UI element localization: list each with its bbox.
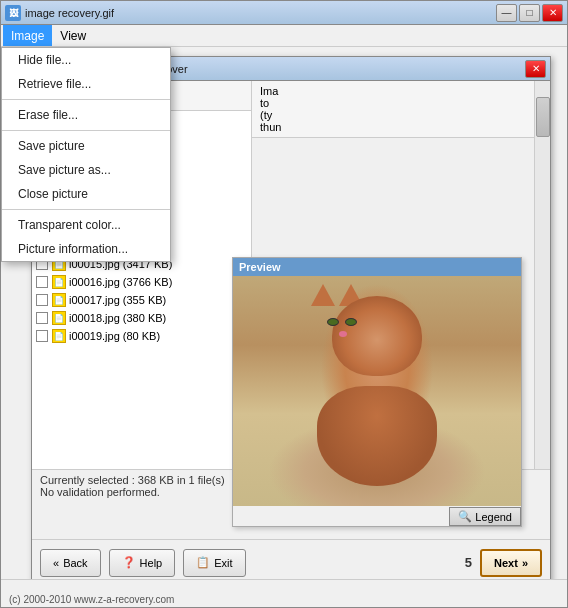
- menu-transparent-color[interactable]: Transparent color...: [2, 213, 170, 237]
- outer-window-title: image recovery.gif: [25, 7, 496, 19]
- menu-close-picture[interactable]: Close picture: [2, 182, 170, 206]
- legend-icon: 🔍: [458, 510, 472, 523]
- kitten-eye-right: [345, 318, 357, 326]
- app-icon: 🖼: [5, 5, 21, 21]
- kitten-eye-left: [327, 318, 339, 326]
- menu-erase-file[interactable]: Erase file...: [2, 103, 170, 127]
- back-icon: «: [53, 557, 59, 569]
- preview-title: Preview: [233, 258, 521, 276]
- back-button[interactable]: « Back: [40, 549, 101, 577]
- list-item[interactable]: 📄 i00018.jpg (380 KB): [32, 309, 251, 327]
- right-header-line1: Ima: [260, 85, 542, 97]
- file-icon: 📄: [52, 329, 66, 343]
- menu-hide-file[interactable]: Hide file...: [2, 48, 170, 72]
- outer-title-bar: 🖼 image recovery.gif — □ ✕: [1, 1, 567, 25]
- exit-icon: 📋: [196, 556, 210, 569]
- copyright-text: (c) 2000-2010 www.z-a-recovery.com: [1, 592, 182, 607]
- separator-2: [2, 130, 170, 131]
- menu-bar: Image View: [1, 25, 567, 47]
- file-name: i00018.jpg (380 KB): [69, 312, 166, 324]
- right-header-line2: to: [260, 97, 542, 109]
- list-item[interactable]: 📄 i00017.jpg (355 KB): [32, 291, 251, 309]
- legend-label: Legend: [475, 511, 512, 523]
- file-checkbox[interactable]: [36, 312, 48, 324]
- file-icon: 📄: [52, 275, 66, 289]
- file-checkbox[interactable]: [36, 330, 48, 342]
- list-item[interactable]: 📄 i00019.jpg (80 KB): [32, 327, 251, 345]
- outer-window-controls: — □ ✕: [496, 4, 563, 22]
- menu-save-picture[interactable]: Save picture: [2, 134, 170, 158]
- help-icon: ❓: [122, 556, 136, 569]
- menu-picture-information[interactable]: Picture information...: [2, 237, 170, 261]
- menu-save-picture-as[interactable]: Save picture as...: [2, 158, 170, 182]
- vertical-scrollbar[interactable]: [534, 81, 550, 495]
- maximize-button[interactable]: □: [519, 4, 540, 22]
- scrollbar-thumb[interactable]: [536, 97, 550, 137]
- kitten-body: [317, 386, 437, 486]
- dropdown-menu: Hide file... Retrieve file... Erase file…: [1, 47, 171, 262]
- file-checkbox[interactable]: [36, 294, 48, 306]
- file-name: i00017.jpg (355 KB): [69, 294, 166, 306]
- exit-button[interactable]: 📋 Exit: [183, 549, 245, 577]
- right-header-line4: thun: [260, 121, 542, 133]
- next-label: Next: [494, 557, 518, 569]
- help-label: Help: [140, 557, 163, 569]
- file-name: i00016.jpg (3766 KB): [69, 276, 172, 288]
- close-button[interactable]: ✕: [542, 4, 563, 22]
- next-button[interactable]: Next »: [480, 549, 542, 577]
- next-icon: »: [522, 557, 528, 569]
- menu-item-view[interactable]: View: [52, 25, 94, 46]
- file-name: i00019.jpg (80 KB): [69, 330, 160, 342]
- menu-retrieve-file[interactable]: Retrieve file...: [2, 72, 170, 96]
- minimize-button[interactable]: —: [496, 4, 517, 22]
- file-icon: 📄: [52, 311, 66, 325]
- preview-panel: Preview 🔍 Legend: [232, 257, 522, 527]
- outer-window: 🖼 image recovery.gif — □ ✕ Image View Hi…: [0, 0, 568, 608]
- preview-image: [233, 276, 521, 506]
- file-checkbox[interactable]: [36, 276, 48, 288]
- separator-3: [2, 209, 170, 210]
- step-number: 5: [465, 555, 472, 570]
- menu-item-image[interactable]: Image: [3, 25, 52, 46]
- kitten-nose: [339, 331, 347, 337]
- list-item[interactable]: 📄 i00016.jpg (3766 KB): [32, 273, 251, 291]
- kitten-ear-left: [311, 284, 335, 306]
- right-header-line3: (ty: [260, 109, 542, 121]
- right-header: Ima to (ty thun: [252, 81, 550, 138]
- back-label: Back: [63, 557, 87, 569]
- inner-close-button[interactable]: ✕: [525, 60, 546, 78]
- file-icon: 📄: [52, 293, 66, 307]
- legend-button[interactable]: 🔍 Legend: [449, 507, 521, 526]
- exit-label: Exit: [214, 557, 232, 569]
- help-button[interactable]: ❓ Help: [109, 549, 176, 577]
- separator-1: [2, 99, 170, 100]
- outer-bottom-bar: (c) 2000-2010 www.z-a-recovery.com: [1, 579, 567, 607]
